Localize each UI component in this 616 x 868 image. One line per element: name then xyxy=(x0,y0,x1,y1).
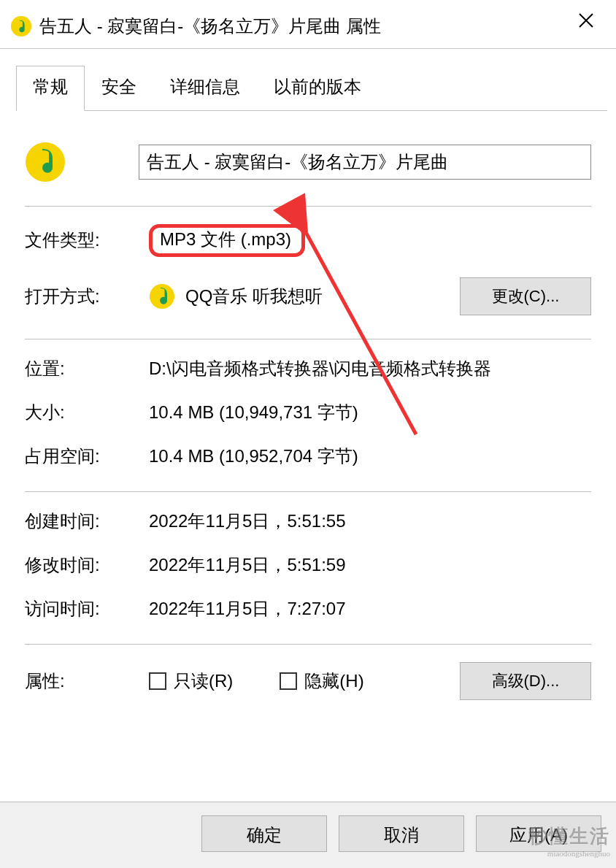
hidden-label: 隐藏(H) xyxy=(304,669,363,693)
size-value: 10.4 MB (10,949,731 字节) xyxy=(149,401,591,424)
size-on-disk-value: 10.4 MB (10,952,704 字节) xyxy=(149,445,591,468)
close-button[interactable] xyxy=(571,9,601,35)
file-type-highlight: MP3 文件 (.mp3) xyxy=(149,224,305,257)
change-button[interactable]: 更改(C)... xyxy=(460,277,591,315)
readonly-checkbox[interactable]: 只读(R) xyxy=(149,669,233,693)
accessed-value: 2022年11月5日，7:27:07 xyxy=(149,597,591,621)
file-type-icon xyxy=(25,142,66,183)
modified-label: 修改时间: xyxy=(25,553,149,577)
filename-row xyxy=(25,131,591,193)
accessed-row: 访问时间: 2022年11月5日，7:27:07 xyxy=(25,587,591,631)
advanced-button[interactable]: 高级(D)... xyxy=(460,662,591,700)
size-on-disk-label: 占用空间: xyxy=(25,445,149,468)
file-type-row: 文件类型: MP3 文件 (.mp3) xyxy=(25,214,591,267)
created-label: 创建时间: xyxy=(25,510,149,533)
filename-input[interactable] xyxy=(139,145,591,180)
accessed-label: 访问时间: xyxy=(25,597,149,621)
tab-security[interactable]: 安全 xyxy=(85,66,153,111)
window-title: 告五人 - 寂寞留白-《扬名立万》片尾曲 属性 xyxy=(39,15,563,38)
tab-previous-versions[interactable]: 以前的版本 xyxy=(257,66,378,111)
titlebar: 告五人 - 寂寞留白-《扬名立万》片尾曲 属性 xyxy=(0,0,616,49)
checkbox-box-icon xyxy=(280,672,297,690)
svg-point-2 xyxy=(150,284,174,309)
size-row: 大小: 10.4 MB (10,949,731 字节) xyxy=(25,391,591,434)
apply-button[interactable]: 应用(A) xyxy=(476,815,601,852)
location-row: 位置: D:\闪电音频格式转换器\闪电音频格式转换器 xyxy=(25,347,591,391)
cancel-button[interactable]: 取消 xyxy=(339,815,464,852)
opens-with-label: 打开方式: xyxy=(25,285,149,308)
file-type-value: MP3 文件 (.mp3) xyxy=(160,229,291,249)
size-on-disk-row: 占用空间: 10.4 MB (10,952,704 字节) xyxy=(25,434,591,478)
attributes-label: 属性: xyxy=(25,669,149,693)
tab-details[interactable]: 详细信息 xyxy=(153,66,257,111)
svg-point-0 xyxy=(11,16,31,37)
svg-point-1 xyxy=(26,142,65,182)
file-type-label: 文件类型: xyxy=(25,228,149,252)
opens-with-value: QQ音乐 听我想听 xyxy=(185,285,450,308)
location-value: D:\闪电音频格式转换器\闪电音频格式转换器 xyxy=(149,357,591,380)
opens-with-row: 打开方式: QQ音乐 听我想听 更改(C)... xyxy=(25,267,591,326)
ok-button[interactable]: 确定 xyxy=(201,815,327,852)
tab-general[interactable]: 常规 xyxy=(16,66,85,111)
qqmusic-icon xyxy=(149,283,175,310)
modified-value: 2022年11月5日，5:51:59 xyxy=(149,553,591,577)
location-label: 位置: xyxy=(25,357,149,380)
tabs: 常规 安全 详细信息 以前的版本 xyxy=(16,65,607,111)
checkbox-box-icon xyxy=(149,672,166,690)
attributes-row: 属性: 只读(R) 隐藏(H) 高级(D)... xyxy=(25,652,591,710)
dialog-footer: 确定 取消 应用(A) xyxy=(0,802,616,868)
app-icon xyxy=(10,15,32,37)
created-row: 创建时间: 2022年11月5日，5:51:55 xyxy=(25,499,591,543)
hidden-checkbox[interactable]: 隐藏(H) xyxy=(280,669,363,693)
size-label: 大小: xyxy=(25,401,149,424)
general-pane: 文件类型: MP3 文件 (.mp3) 打开方式: QQ音乐 听我想听 更改(C… xyxy=(9,111,607,710)
readonly-label: 只读(R) xyxy=(174,669,233,693)
created-value: 2022年11月5日，5:51:55 xyxy=(149,510,591,533)
modified-row: 修改时间: 2022年11月5日，5:51:59 xyxy=(25,543,591,587)
